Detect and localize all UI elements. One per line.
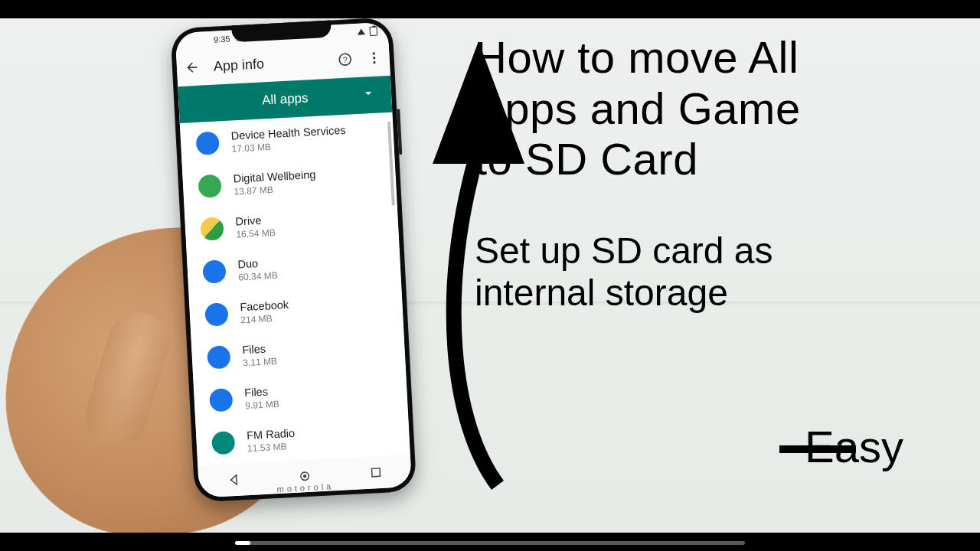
overflow-menu-icon[interactable]: [366, 50, 382, 66]
app-meta: Device Health Services17.03 MB: [230, 124, 346, 155]
files-icon: [207, 345, 231, 370]
nav-recents-icon[interactable]: [368, 465, 383, 480]
signal-icon: [358, 28, 365, 35]
overlay-text-block: How to move All Apps and Game to SD Card…: [475, 32, 949, 314]
nav-back-icon[interactable]: [227, 473, 241, 487]
app-meta: FM Radio11.53 MB: [247, 427, 296, 454]
app-meta: Drive16.54 MB: [235, 214, 276, 240]
files-go-icon: [209, 388, 234, 412]
app-list[interactable]: Device Health Services17.03 MBDigital We…: [180, 112, 410, 466]
facebook-icon: [204, 302, 229, 327]
wellbeing-icon: [198, 174, 222, 198]
app-name: Files: [244, 385, 279, 399]
app-name: Duo: [237, 256, 277, 271]
facebook-status-icon: f: [246, 33, 249, 42]
nav-home-icon[interactable]: [298, 469, 312, 484]
overlay-title-l2: Apps and Game: [475, 83, 801, 133]
help-icon[interactable]: ?: [337, 51, 353, 67]
app-name: Facebook: [240, 298, 289, 313]
svg-point-4: [373, 52, 376, 55]
video-progress-bar[interactable]: [235, 541, 745, 545]
app-name: Files: [242, 342, 276, 356]
video-progress-fill: [235, 541, 250, 545]
phone-side-button: [397, 109, 402, 155]
overlay-subtitle-l1: Set up SD card as: [475, 230, 773, 271]
svg-point-5: [373, 57, 376, 60]
app-meta: Duo60.34 MB: [237, 256, 278, 283]
overlay-title: How to move All Apps and Game to SD Card: [475, 32, 949, 185]
app-meta: Digital Wellbeing13.87 MB: [233, 168, 316, 197]
svg-point-8: [303, 474, 307, 478]
svg-point-6: [373, 61, 376, 64]
overlay-title-l1: How to move All: [475, 32, 799, 82]
app-size: 9.91 MB: [245, 399, 279, 411]
app-size: 214 MB: [240, 312, 289, 325]
app-size: 60.34 MB: [238, 270, 278, 283]
overlay-subtitle: Set up SD card as internal storage: [475, 230, 949, 314]
app-meta: Facebook214 MB: [240, 298, 289, 325]
scene: How to move All Apps and Game to SD Card…: [0, 18, 980, 533]
phone-screen: 9:35 ✆ f App inf: [175, 22, 412, 498]
back-icon[interactable]: [184, 60, 200, 76]
duo-icon: [202, 259, 227, 284]
overlay-subtitle-l2: internal storage: [475, 272, 728, 313]
video-frame: How to move All Apps and Game to SD Card…: [0, 0, 980, 551]
appbar-title: App info: [213, 53, 324, 75]
status-time: 9:35: [214, 34, 230, 44]
app-size: 13.87 MB: [234, 182, 316, 197]
apps-filter-label: All apps: [262, 90, 309, 108]
whatsapp-status-icon: ✆: [234, 33, 242, 43]
app-name: Drive: [235, 214, 275, 228]
hand-holding-phone: 9:35 ✆ f App inf: [18, 24, 442, 533]
app-name: FM Radio: [247, 427, 296, 442]
overlay-easy: Easy: [805, 421, 903, 472]
svg-rect-9: [371, 468, 380, 477]
app-size: 16.54 MB: [236, 227, 276, 240]
chevron-down-icon: [361, 85, 377, 105]
app-size: 3.11 MB: [243, 356, 277, 368]
device-health-icon: [195, 131, 220, 155]
overlay-title-l3: to SD Card: [475, 134, 698, 184]
app-meta: Files3.11 MB: [242, 342, 277, 368]
letterbox-top: [0, 0, 980, 18]
fm-radio-icon: [211, 431, 236, 455]
svg-text:?: ?: [342, 55, 348, 64]
battery-icon: [370, 26, 378, 36]
app-meta: Files9.91 MB: [244, 385, 279, 411]
drive-icon: [200, 217, 224, 241]
app-size: 11.53 MB: [247, 441, 296, 454]
phone-device: 9:35 ✆ f App inf: [170, 18, 416, 503]
